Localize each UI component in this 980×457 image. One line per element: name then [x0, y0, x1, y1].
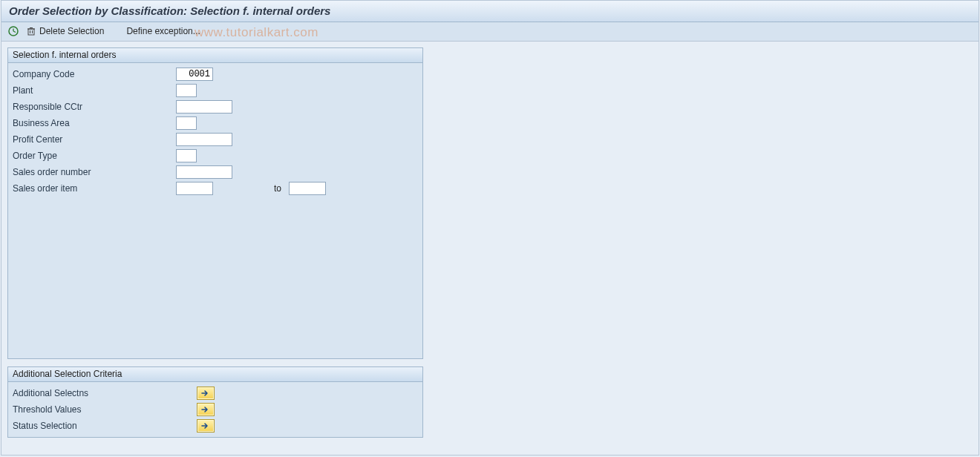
trash-icon [25, 25, 37, 37]
toolbar: Delete Selection Define exception... www… [1, 22, 979, 42]
status-selection-button[interactable] [197, 419, 215, 433]
row-business-area: Business Area [13, 115, 418, 131]
label-sales-order-number: Sales order number [13, 167, 176, 177]
company-code-input[interactable] [176, 68, 213, 81]
label-additional-selectns: Additional Selectns [13, 388, 197, 398]
svg-line-2 [13, 31, 16, 33]
label-responsible-cctr: Responsible CCtr [13, 102, 176, 112]
svg-rect-3 [28, 29, 34, 35]
label-company-code: Company Code [13, 69, 176, 79]
arrow-right-icon [201, 389, 210, 397]
row-status-selection: Status Selection [13, 418, 418, 434]
label-plant: Plant [13, 85, 176, 96]
label-business-area: Business Area [13, 118, 176, 128]
watermark: www.tutorialkart.com [195, 25, 318, 40]
row-profit-center: Profit Center [13, 131, 418, 148]
group-additional-selection-criteria: Additional Selection Criteria Additional… [7, 366, 423, 438]
titlebar: Order Selection by Classification: Selec… [1, 1, 979, 22]
app-window: Order Selection by Classification: Selec… [1, 0, 979, 456]
responsible-cctr-input[interactable] [176, 100, 232, 114]
arrow-right-icon [201, 406, 210, 413]
label-to: to [274, 183, 281, 194]
label-threshold-values: Threshold Values [13, 404, 197, 415]
label-sales-order-item: Sales order item [13, 183, 176, 194]
sales-order-number-input[interactable] [176, 165, 232, 179]
page-title: Order Selection by Classification: Selec… [9, 4, 330, 17]
sales-order-item-to-input[interactable] [289, 182, 326, 195]
row-threshold-values: Threshold Values [13, 401, 418, 418]
order-type-input[interactable] [176, 149, 197, 162]
plant-input[interactable] [176, 84, 197, 97]
label-status-selection: Status Selection [13, 421, 197, 431]
profit-center-input[interactable] [176, 133, 232, 146]
row-order-type: Order Type [13, 148, 418, 164]
row-sales-order-item: Sales order item to [13, 180, 418, 197]
group2-title: Additional Selection Criteria [8, 367, 422, 382]
row-sales-order-number: Sales order number [13, 164, 418, 180]
additional-selectns-button[interactable] [197, 387, 215, 400]
delete-selection-button[interactable]: Delete Selection [25, 25, 104, 37]
group1-title: Selection f. internal orders [8, 48, 422, 63]
define-exception-label: Define exception... [126, 26, 200, 36]
define-exception-button[interactable]: Define exception... [126, 26, 200, 36]
label-order-type: Order Type [13, 151, 176, 161]
label-profit-center: Profit Center [13, 134, 176, 145]
business-area-input[interactable] [176, 116, 197, 130]
row-plant: Plant [13, 82, 418, 99]
row-company-code: Company Code [13, 66, 418, 82]
delete-selection-label: Delete Selection [39, 26, 104, 36]
content-area: Selection f. internal orders Company Cod… [1, 42, 979, 451]
execute-icon[interactable] [7, 25, 19, 37]
sales-order-item-from-input[interactable] [176, 182, 213, 195]
threshold-values-button[interactable] [197, 403, 215, 416]
row-responsible-cctr: Responsible CCtr [13, 99, 418, 115]
arrow-right-icon [201, 422, 210, 430]
row-additional-selectns: Additional Selectns [13, 385, 418, 401]
group-selection-internal-orders: Selection f. internal orders Company Cod… [7, 47, 423, 359]
